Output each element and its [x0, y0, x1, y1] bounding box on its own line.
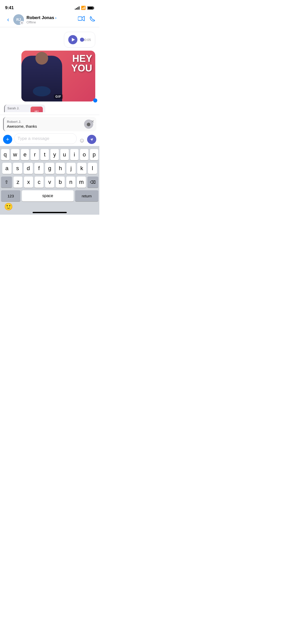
battery-icon [87, 6, 94, 10]
key-l[interactable]: l [88, 163, 97, 174]
chat-area: 00:05 HEY YOU GIF Sarah J. [0, 27, 99, 112]
shift-key[interactable]: ⇧ [1, 177, 12, 188]
gif-content: HEY YOU GIF [21, 51, 95, 101]
reply-card-info: Sarah J. 📷 [7, 107, 29, 112]
keyboard-bottom-bar: 🙂 [0, 202, 99, 215]
signal-icon [75, 6, 79, 10]
gif-label: GIF [54, 94, 63, 99]
play-button[interactable] [68, 35, 77, 44]
keyboard-row-3: ⇧ z x c v b n m ⌫ [1, 177, 98, 188]
gif-message: HEY YOU GIF [21, 51, 95, 101]
key-u[interactable]: u [60, 149, 69, 160]
reply-preview-input: Robert J. Awesome, thanks ⬤ ✕ [3, 117, 96, 131]
gif-hey-text: HEY [71, 54, 92, 63]
camera-icon: 📷 [7, 111, 13, 112]
video-call-icon[interactable] [78, 16, 85, 23]
audio-message: 00:05 [64, 32, 95, 48]
input-bar: + Type a message ☺ ➤ [3, 133, 96, 144]
send-icon: ➤ [89, 136, 94, 142]
key-f[interactable]: f [34, 163, 44, 174]
delete-key[interactable]: ⌫ [87, 177, 98, 188]
wifi-icon: 📶 [81, 6, 86, 10]
svg-rect-1 [88, 7, 93, 9]
key-b[interactable]: b [56, 177, 65, 188]
keyboard-row-4: 123 space return [1, 190, 98, 201]
key-n[interactable]: n [66, 177, 75, 188]
key-z[interactable]: z [13, 177, 23, 188]
reply-preview-sender: Robert J. [7, 120, 82, 124]
chat-header: ‹ RJ ✕ Robert Jonas › Offline [0, 12, 99, 27]
chevron-right-icon: › [55, 16, 57, 20]
key-i[interactable]: i [70, 149, 79, 160]
key-q[interactable]: q [1, 149, 9, 160]
key-x[interactable]: x [24, 177, 33, 188]
contact-info: Robert Jonas › Offline [26, 15, 78, 24]
key-s[interactable]: s [13, 163, 22, 174]
emoji-keyboard-row: 🙂 [0, 202, 99, 211]
message-input-placeholder[interactable]: Type a message [18, 135, 73, 142]
phone-icon[interactable] [90, 16, 95, 23]
status-time: 9:41 [5, 5, 14, 10]
status-bar: 9:41 📶 [0, 0, 99, 12]
header-actions [78, 16, 95, 23]
keyboard-row-2: a s d f g h j k l [1, 163, 98, 174]
offline-badge: ✕ [20, 21, 24, 25]
key-k[interactable]: k [77, 163, 86, 174]
gif-you-text: YOU [71, 63, 92, 73]
emoji-keyboard-button[interactable]: 🙂 [4, 202, 13, 211]
key-j[interactable]: j [66, 163, 76, 174]
key-h[interactable]: h [56, 163, 65, 174]
input-bar-wrapper: Robert J. Awesome, thanks ⬤ ✕ + Type a m… [0, 115, 99, 146]
key-m[interactable]: m [77, 177, 86, 188]
key-v[interactable]: v [45, 177, 54, 188]
key-c[interactable]: c [35, 177, 44, 188]
status-icons: 📶 [75, 6, 94, 10]
key-r[interactable]: r [31, 149, 39, 160]
return-key[interactable]: return [75, 190, 98, 201]
received-message: Sarah J. 📷 HEYYOU Awesome, thanks [4, 105, 45, 112]
play-icon [72, 38, 75, 41]
message-input-container[interactable]: Type a message [14, 133, 77, 144]
reply-preview-text: Awesome, thanks [7, 124, 82, 128]
send-button[interactable]: ➤ [87, 135, 96, 144]
reply-preview-input-info: Robert J. Awesome, thanks [7, 120, 82, 128]
key-y[interactable]: y [50, 149, 59, 160]
key-w[interactable]: w [11, 149, 19, 160]
keyboard-row-1: q w e r t y u i o p [1, 149, 98, 160]
svg-rect-3 [78, 17, 82, 20]
key-e[interactable]: e [21, 149, 29, 160]
keyboard: q w e r t y u i o p a s d f g h j k l ⇧ … [0, 146, 99, 215]
space-key[interactable]: space [22, 190, 74, 201]
keyboard-rows: q w e r t y u i o p a s d f g h j k l ⇧ … [0, 146, 99, 202]
reply-thumb: HEYYOU [31, 107, 43, 112]
key-t[interactable]: t [40, 149, 49, 160]
contact-name[interactable]: Robert Jonas › [26, 15, 78, 20]
read-receipt [93, 98, 97, 103]
avatar-container: RJ ✕ [13, 14, 24, 25]
gif-text-area: HEY YOU [71, 54, 92, 73]
svg-marker-4 [82, 16, 84, 21]
home-indicator [33, 212, 67, 213]
contact-status: Offline [26, 20, 78, 24]
reply-preview-card: Sarah J. 📷 HEYYOU [4, 105, 45, 112]
key-o[interactable]: o [80, 149, 88, 160]
logo-circle [33, 86, 51, 96]
reply-sender: Sarah J. [7, 107, 29, 110]
key-a[interactable]: a [2, 163, 11, 174]
svg-rect-2 [93, 7, 94, 9]
progress-thumb[interactable] [80, 38, 84, 42]
numbers-key[interactable]: 123 [1, 190, 20, 201]
add-attachment-button[interactable]: + [3, 135, 12, 144]
key-p[interactable]: p [90, 149, 98, 160]
close-reply-button[interactable]: ✕ [91, 119, 94, 124]
emoji-button[interactable]: ☺ [79, 137, 85, 144]
gif-person-area [21, 51, 62, 101]
back-button[interactable]: ‹ [4, 16, 12, 24]
key-d[interactable]: d [24, 163, 33, 174]
person-head [35, 52, 48, 65]
key-g[interactable]: g [45, 163, 54, 174]
